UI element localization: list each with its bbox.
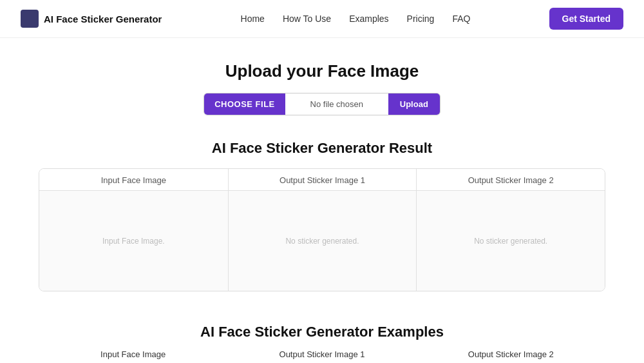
result-title: AI Face Sticker Generator Result	[39, 140, 605, 157]
result-col-3: Output Sticker Image 2 No sticker genera…	[416, 169, 605, 291]
upload-button[interactable]: Upload	[388, 93, 440, 115]
result-col1-header: Input Face Image	[39, 169, 228, 191]
header: AI Face Sticker Generator Home How To Us…	[0, 0, 644, 38]
result-col2-header: Output Sticker Image 1	[228, 169, 417, 191]
examples-title: AI Face Sticker Generator Examples	[39, 324, 605, 340]
examples-col2-header: Output Sticker Image 1	[279, 349, 365, 363]
get-started-button[interactable]: Get Started	[549, 8, 623, 30]
result-image-area-3: No sticker generated.	[416, 191, 605, 291]
logo-text: AI Face Sticker Generator	[44, 14, 162, 25]
result-col-2: Output Sticker Image 1 No sticker genera…	[228, 169, 417, 291]
nav-how-to-use[interactable]: How To Use	[283, 14, 331, 24]
result-grid: Input Face Image Input Face Image. Outpu…	[39, 168, 605, 291]
examples-section: AI Face Sticker Generator Examples Input…	[0, 311, 644, 363]
result-image-area-1: Input Face Image.	[39, 191, 228, 291]
nav-pricing[interactable]: Pricing	[407, 14, 435, 24]
examples-grid: Input Face Image	[39, 349, 605, 363]
nav-home[interactable]: Home	[241, 14, 265, 24]
upload-title: Upload your Face Image	[13, 61, 631, 81]
logo: AI Face Sticker Generator	[21, 10, 162, 28]
upload-controls: CHOOSE FILE No file chosen Upload	[204, 93, 440, 115]
examples-col3-header: Output Sticker Image 2	[468, 349, 554, 363]
result-section: AI Face Sticker Generator Result Input F…	[0, 133, 644, 311]
result-placeholder-2: No sticker generated.	[285, 237, 359, 246]
result-placeholder-1: Input Face Image.	[102, 237, 165, 246]
choose-file-button[interactable]: CHOOSE FILE	[204, 93, 285, 115]
examples-col1-header: Input Face Image	[100, 349, 166, 363]
result-col-1: Input Face Image Input Face Image.	[39, 169, 228, 291]
result-image-area-2: No sticker generated.	[228, 191, 417, 291]
result-col3-header: Output Sticker Image 2	[416, 169, 605, 191]
examples-col-2: Output Sticker Image 1	[227, 349, 416, 363]
logo-icon	[21, 10, 39, 28]
result-placeholder-3: No sticker generated.	[474, 237, 547, 246]
nav-examples[interactable]: Examples	[349, 14, 388, 24]
nav: Home How To Use Examples Pricing FAQ	[241, 14, 471, 24]
file-name-display: No file chosen	[285, 93, 388, 115]
nav-faq[interactable]: FAQ	[452, 14, 470, 24]
examples-col-1: Input Face Image	[39, 349, 227, 363]
examples-col-3: Output Sticker Image 2	[417, 349, 605, 363]
upload-section: Upload your Face Image CHOOSE FILE No fi…	[0, 38, 644, 133]
